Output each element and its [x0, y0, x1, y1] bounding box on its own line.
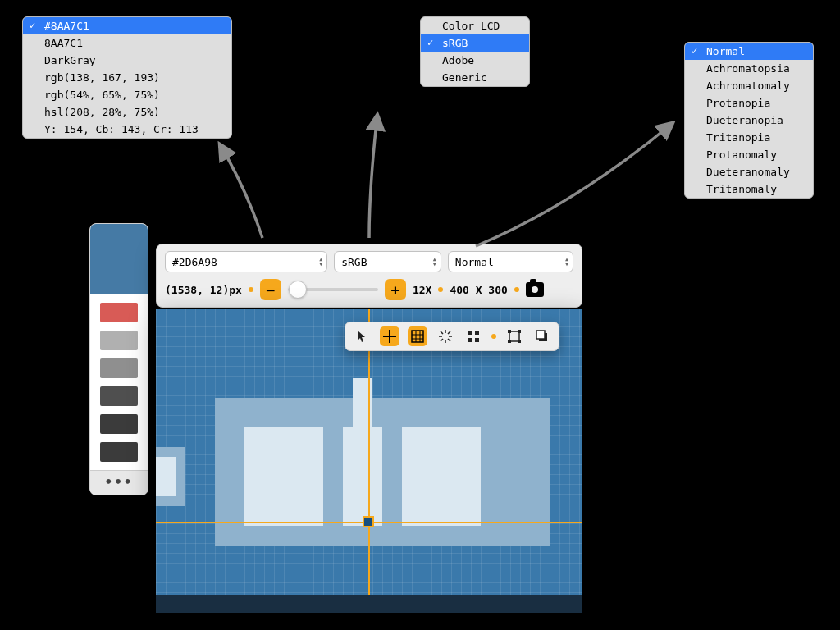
cursor-tool[interactable]	[352, 326, 372, 346]
crosshair-tool[interactable]	[380, 326, 399, 346]
updown-icon: ▴▾	[564, 257, 566, 267]
separator-dot-icon	[438, 287, 443, 292]
separator-dot-icon	[249, 287, 253, 292]
color-profile-combo[interactable]: sRGB ▴▾	[334, 251, 441, 272]
screenshot-button[interactable]	[526, 282, 544, 297]
updown-icon: ▴▾	[318, 257, 320, 267]
swatch[interactable]	[100, 386, 138, 406]
separator-dot-icon	[514, 287, 519, 292]
zoom-level-label: 12X	[413, 284, 431, 296]
canvas-bottom-strip	[156, 595, 582, 613]
coordinates-label: (1538, 12)px	[165, 284, 242, 296]
snap-tool[interactable]	[436, 326, 455, 346]
zoom-in-button[interactable]: +	[385, 279, 406, 300]
zoom-slider[interactable]	[288, 288, 378, 291]
popup-item[interactable]: rgb(54%, 65%, 75%)	[23, 86, 231, 103]
svg-rect-7	[518, 330, 521, 333]
swatch[interactable]	[100, 331, 138, 350]
popup-item[interactable]: Y: 154, Cb: 143, Cr: 113	[23, 121, 231, 138]
popup-item[interactable]: Tritanomaly	[685, 180, 813, 198]
color-profile-popup: Color LCDsRGBAdobeGeneric	[420, 16, 530, 87]
grid-tool[interactable]	[408, 326, 427, 346]
popup-item[interactable]: Adobe	[421, 52, 529, 69]
sample-target	[363, 516, 374, 527]
zoom-out-button[interactable]: −	[260, 279, 281, 300]
updown-icon: ▴▾	[432, 257, 434, 267]
color-value-combo[interactable]: #2D6A98 ▴▾	[165, 251, 327, 272]
popup-item[interactable]: hsl(208, 28%, 75%)	[23, 103, 231, 121]
popup-item[interactable]: #8AA7C1	[23, 17, 231, 34]
svg-rect-1	[468, 331, 472, 335]
popup-item[interactable]: 8AA7C1	[23, 34, 231, 52]
popup-item[interactable]: Normal	[685, 43, 813, 60]
swatch-panel: •••	[89, 223, 148, 495]
swatch[interactable]	[100, 442, 138, 462]
crosshair-v	[368, 309, 370, 613]
separator-dot-icon	[491, 334, 496, 339]
popup-item[interactable]: Achromatomaly	[685, 77, 813, 94]
bounds-tool[interactable]	[504, 326, 524, 346]
layers-tool[interactable]	[532, 326, 552, 346]
popup-item[interactable]: Achromatopsia	[685, 60, 813, 77]
svg-rect-11	[536, 331, 545, 339]
color-vision-popup: NormalAchromatopsiaAchromatomalyProtanop…	[684, 42, 814, 199]
popup-item[interactable]: Generic	[421, 69, 529, 86]
popup-item[interactable]: Protanopia	[685, 94, 813, 112]
svg-rect-2	[475, 331, 479, 335]
swatch[interactable]	[100, 358, 138, 378]
swatch[interactable]	[100, 414, 138, 434]
svg-rect-3	[468, 338, 472, 342]
color-vision-label: Normal	[455, 256, 494, 268]
svg-rect-6	[508, 330, 511, 333]
svg-rect-0	[412, 331, 423, 342]
current-color-swatch[interactable]	[90, 224, 148, 294]
popup-item[interactable]: sRGB	[421, 34, 529, 52]
popup-item[interactable]: Dueteranomaly	[685, 163, 813, 180]
popup-item[interactable]: Dueteranopia	[685, 112, 813, 129]
color-value-label: #2D6A98	[172, 256, 217, 268]
canvas-toolstrip	[345, 322, 559, 351]
svg-rect-4	[475, 338, 479, 342]
color-profile-label: sRGB	[341, 256, 367, 268]
swatch-more-button[interactable]: •••	[90, 471, 148, 495]
popup-item[interactable]: Protanomaly	[685, 146, 813, 163]
popup-item[interactable]: Color LCD	[421, 17, 529, 34]
popup-item[interactable]: DarkGray	[23, 52, 231, 69]
slider-thumb[interactable]	[289, 281, 307, 299]
inspector-toolbar: #2D6A98 ▴▾ sRGB ▴▾ Normal ▴▾ (1538, 12)p…	[156, 244, 582, 308]
svg-rect-9	[518, 340, 521, 343]
popup-item[interactable]: Tritanopia	[685, 129, 813, 146]
swatch-history	[90, 294, 148, 468]
popup-item[interactable]: rgb(138, 167, 193)	[23, 69, 231, 86]
pixel-canvas[interactable]	[156, 309, 582, 613]
quadrants-tool[interactable]	[463, 326, 483, 346]
color-vision-combo[interactable]: Normal ▴▾	[448, 251, 573, 272]
swatch[interactable]	[100, 303, 138, 322]
svg-rect-8	[508, 340, 511, 343]
capture-size-label: 400 X 300	[450, 284, 507, 296]
color-format-popup: #8AA7C18AA7C1DarkGrayrgb(138, 167, 193)r…	[22, 16, 232, 139]
